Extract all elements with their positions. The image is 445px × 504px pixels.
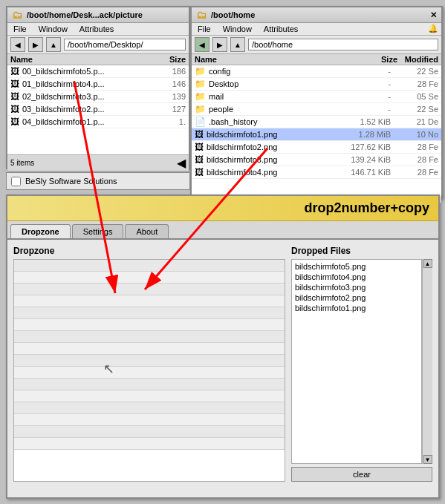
scroll-down[interactable]: ▼ (423, 455, 432, 464)
dropzone-stripe (14, 343, 285, 355)
menubar-2: File Window Attributes 🔔 (192, 23, 441, 36)
list-item[interactable]: bildschirmfoto2.png (293, 292, 420, 303)
menu-window-1[interactable]: Window (36, 24, 71, 34)
file-date: 10 No (394, 130, 438, 139)
table-row[interactable]: 📁 config - 22 Se (192, 65, 441, 78)
table-row[interactable]: 📁 Desktop - 28 Fe (192, 78, 441, 91)
dropped-files-panel: Dropped Files bildschirmfoto5.png bildsc… (291, 246, 432, 482)
besly-bar: BeSly Software Solutions (6, 172, 190, 190)
path-2[interactable]: /boot/home (248, 39, 438, 50)
app-title: drop2number+copy (7, 196, 438, 221)
dropzone-stripe (14, 284, 285, 295)
back-button-2[interactable]: ◀ (195, 37, 209, 52)
file-name: bildschirmfoto2.png (207, 143, 346, 151)
file-size: - (346, 67, 391, 76)
list-item[interactable]: bildschirmfoto5.png (293, 261, 420, 272)
nav-icon-2: 🔔 (428, 24, 438, 34)
folder-icon: 📁 (195, 66, 206, 76)
up-button-1[interactable]: ▲ (46, 37, 61, 52)
file-name: people (209, 105, 346, 114)
image-icon: 🖼 (195, 129, 204, 140)
menu-file-1[interactable]: File (10, 24, 30, 34)
dropzone-stripe (14, 379, 285, 390)
table-row[interactable]: 🖼 bildschirmfoto3.png 139.24 KiB 28 Fe (192, 154, 441, 166)
file-icon: 🖼 (10, 117, 19, 127)
menu-window-2[interactable]: Window (220, 24, 255, 34)
forward-button-1[interactable]: ▶ (28, 37, 43, 52)
app-tabs: Dropzone Settings About (7, 221, 438, 240)
folder-icon-2: 🗂 (196, 9, 207, 21)
dropzone-stripe (14, 319, 285, 331)
file-date: 05 Se (394, 92, 438, 101)
table-row[interactable]: 🖼 03_bildschirmfoto2.p... 127 (7, 103, 189, 116)
table-row[interactable]: 🖼 00_bildschirmfoto5.p... 186 (7, 65, 189, 78)
dropzone-stripe (14, 367, 285, 379)
up-button-2[interactable]: ▲ (230, 37, 245, 52)
dropzone-stripe (14, 426, 285, 438)
file-size: 1.52 KiB (346, 117, 391, 126)
file-size: 1.28 MiB (346, 130, 391, 139)
folder-icon: 📁 (195, 91, 206, 102)
col-name-2: Name (195, 55, 342, 64)
scrollbar[interactable]: ▲ ▼ (422, 259, 432, 464)
tab-about[interactable]: About (125, 224, 169, 238)
file-date: 28 Fe (394, 143, 438, 151)
app-window: drop2number+copy Dropzone Settings About… (6, 194, 440, 499)
file-size: 139 (141, 92, 186, 101)
file-date: 22 Se (394, 105, 438, 114)
file-date: 28 Fe (394, 79, 438, 88)
clear-button[interactable]: clear (291, 467, 432, 482)
dropzone-stripe (14, 260, 285, 272)
list-item[interactable]: bildschirmfoto4.png (293, 272, 420, 282)
dropzone-stripe (14, 355, 285, 367)
table-row[interactable]: 📄 .bash_history 1.52 KiB 21 De (192, 116, 441, 128)
besly-checkbox[interactable] (11, 177, 21, 186)
tab-settings[interactable]: Settings (72, 224, 124, 238)
close-icon-2[interactable]: ✕ (430, 10, 437, 20)
file-name: bildschirmfoto1.png (207, 130, 346, 139)
scroll-left-1[interactable]: ◀ (177, 156, 186, 170)
table-row[interactable]: 📁 people - 22 Se (192, 103, 441, 116)
file-date: 22 Se (394, 67, 438, 76)
menu-attributes-1[interactable]: Attributes (77, 24, 117, 34)
path-1[interactable]: /boot/home/Desktop/ (64, 39, 186, 50)
dropped-files-label: Dropped Files (291, 246, 432, 256)
file-name: .bash_history (209, 117, 346, 126)
list-item[interactable]: bildschirmfoto1.png (293, 303, 420, 313)
file-list-2: 📁 config - 22 Se 📁 Desktop - 28 Fe 📁 mai… (192, 65, 441, 203)
menu-file-2[interactable]: File (195, 24, 214, 34)
file-size: 146 (141, 79, 186, 88)
menubar-1: File Window Attributes (7, 23, 189, 36)
table-row[interactable]: 🖼 bildschirmfoto1.png 1.28 MiB 10 No (192, 128, 441, 141)
cursor-icon: ↖ (103, 361, 114, 377)
back-button-1[interactable]: ◀ (10, 37, 25, 52)
list-item[interactable]: bildschirmfoto3.png (293, 282, 420, 292)
window-title-2: /boot/home (211, 10, 255, 19)
col-size-2: Size (342, 55, 397, 64)
file-window-2: 🗂 /boot/home ✕ File Window Attributes 🔔 … (190, 6, 443, 199)
menu-attributes-2[interactable]: Attributes (261, 24, 301, 34)
table-row[interactable]: 🖼 01_bildschirmfoto4.p... 146 (7, 78, 189, 91)
dropzone-stripe (14, 295, 285, 307)
tab-dropzone[interactable]: Dropzone (10, 224, 71, 238)
scroll-up[interactable]: ▲ (423, 259, 432, 268)
file-icon: 🖼 (10, 66, 19, 76)
table-row[interactable]: 🖼 bildschirmfoto4.png 146.71 KiB 28 Fe (192, 166, 441, 179)
col-size-1: Size (149, 55, 186, 64)
titlebar-1: 🗂 /boot/home/Desk...ack/picture (7, 7, 189, 23)
folder-icon: 📁 (195, 79, 206, 89)
forward-button-2[interactable]: ▶ (212, 37, 227, 52)
dropzone-stripe (14, 307, 285, 319)
table-row[interactable]: 🖼 04_bildschirmfoto1.p... 1. (7, 116, 189, 128)
file-list-1: 🖼 00_bildschirmfoto5.p... 186 🖼 01_bilds… (7, 65, 189, 154)
file-size: - (346, 92, 391, 101)
dropzone-area[interactable]: ↖ (13, 259, 285, 482)
file-icon: 📄 (195, 117, 206, 127)
window-title-1: /boot/home/Desk...ack/picture (27, 10, 143, 19)
item-count-1: 5 items (10, 159, 34, 167)
file-name: 01_bildschirmfoto4.p... (22, 79, 141, 88)
file-size: 127.62 KiB (346, 143, 391, 151)
table-row[interactable]: 🖼 bildschirmfoto2.png 127.62 KiB 28 Fe (192, 141, 441, 154)
table-row[interactable]: 🖼 02_bildschirmfoto3.p... 139 (7, 91, 189, 103)
table-row[interactable]: 📁 mail - 05 Se (192, 91, 441, 103)
